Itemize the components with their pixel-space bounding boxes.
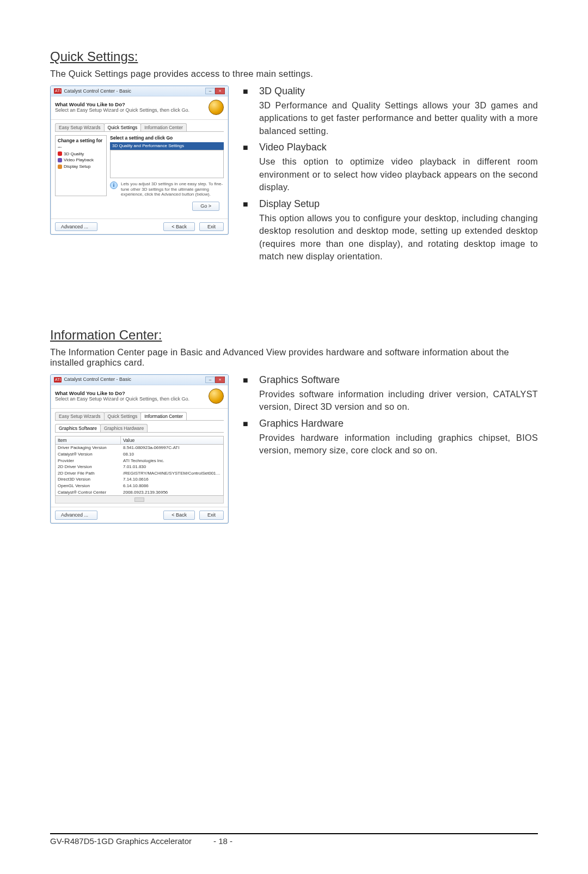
- close-icon[interactable]: ×: [215, 377, 225, 383]
- table-cell-item: OpenGL Version: [56, 483, 121, 489]
- minimize-icon[interactable]: –: [205, 88, 215, 94]
- page-footer: GV-R487D5-1GD Graphics Accelerator - 18 …: [50, 833, 538, 846]
- tab-quick-settings[interactable]: Quick Settings: [104, 412, 142, 420]
- footer-page: - 18 -: [213, 836, 232, 846]
- col-item-header[interactable]: Item: [56, 436, 121, 444]
- col-value-header[interactable]: Value: [121, 436, 223, 444]
- square-bullet-icon: ■: [243, 418, 259, 457]
- dialog-question: What Would You Like to Do?: [55, 390, 209, 396]
- table-cell-value: 8.541-080923a-069997C-ATI: [121, 445, 223, 451]
- bullet-icon: [58, 151, 62, 156]
- back-button[interactable]: < Back: [163, 222, 195, 232]
- selected-setting-strip[interactable]: 3D Quality and Performance Settings: [110, 142, 224, 150]
- bullet-icon: [58, 158, 62, 162]
- table-row: Driver Packaging Version8.541-080923a-06…: [56, 445, 223, 451]
- bullet-title: 3D Quality: [259, 86, 538, 97]
- bullet-title: Graphics Hardware: [259, 418, 538, 429]
- quick-settings-intro: The Quick Settings page provides access …: [50, 69, 538, 79]
- tab-information-center[interactable]: Information Center: [140, 412, 186, 420]
- table-row: 2D Driver File Path/REGISTRY/MACHINE/SYS…: [56, 470, 223, 477]
- table-cell-item: 2D Driver Version: [56, 464, 121, 470]
- left-list-header: Change a setting for ...: [58, 138, 104, 149]
- tab-easy-setup[interactable]: Easy Setup Wizards: [55, 412, 105, 420]
- back-button[interactable]: < Back: [163, 511, 195, 520]
- bullet-body: This option allows you to configure your…: [259, 212, 538, 263]
- table-cell-value: 6.14.10.8086: [121, 483, 223, 489]
- bullet-body: Provides hardware information including …: [259, 432, 538, 457]
- table-cell-item: Driver Packaging Version: [56, 445, 121, 451]
- table-cell-item: Direct3D Version: [56, 476, 121, 483]
- bullet-title: Video Playback: [259, 142, 538, 153]
- bullet-body: Provides software information including …: [259, 388, 538, 414]
- information-center-dialog: ATI Catalyst Control Center - Basic – × …: [50, 374, 229, 524]
- table-cell-value: /REGISTRY/MACHINE/SYSTEM/ControlSet001/C…: [121, 470, 223, 477]
- dialog-subtext: Select an Easy Setup Wizard or Quick Set…: [55, 396, 209, 402]
- table-cell-value: 2008.0923.2139.36956: [121, 489, 223, 496]
- tab-easy-setup[interactable]: Easy Setup Wizards: [55, 123, 105, 131]
- bullet-title: Graphics Software: [259, 374, 538, 386]
- table-cell-item: Provider: [56, 458, 121, 464]
- ati-logo-icon: [209, 100, 224, 115]
- square-bullet-icon: ■: [243, 86, 259, 137]
- exit-button[interactable]: Exit: [199, 511, 224, 520]
- right-pane-header: Select a setting and click Go: [110, 135, 224, 141]
- table-cell-value: 08.10: [121, 451, 223, 458]
- ati-badge: ATI: [54, 377, 62, 383]
- quick-settings-dialog: ATI Catalyst Control Center - Basic – × …: [50, 86, 229, 235]
- footer-product: GV-R487D5-1GD Graphics Accelerator: [50, 836, 192, 846]
- bullet-icon: [58, 165, 62, 169]
- table-row: OpenGL Version6.14.10.8086: [56, 483, 223, 489]
- window-title: Catalyst Control Center - Basic: [64, 377, 203, 383]
- table-cell-value: 7.01.01.830: [121, 464, 223, 470]
- tab-information-center[interactable]: Information Center: [140, 123, 186, 131]
- square-bullet-icon: ■: [243, 142, 259, 193]
- tab-quick-settings[interactable]: Quick Settings: [104, 123, 142, 131]
- list-item[interactable]: 3D Quality: [58, 151, 104, 157]
- ati-badge: ATI: [54, 88, 62, 94]
- subtab-graphics-software[interactable]: Graphics Software: [55, 424, 101, 432]
- advanced-button[interactable]: Advanced ...: [55, 222, 97, 232]
- minimize-icon[interactable]: –: [205, 377, 215, 383]
- table-cell-item: 2D Driver File Path: [56, 470, 121, 477]
- go-button[interactable]: Go >: [192, 202, 219, 211]
- table-cell-item: Catalyst® Control Center Version: [56, 489, 121, 496]
- ati-logo-icon: [209, 389, 224, 404]
- square-bullet-icon: ■: [243, 198, 259, 263]
- quick-settings-heading: Quick Settings:: [50, 49, 538, 64]
- bullet-title: Display Setup: [259, 198, 538, 210]
- dialog-question: What Would You Like to Do?: [55, 101, 209, 107]
- advanced-button[interactable]: Advanced ...: [55, 511, 97, 520]
- bullet-body: Use this option to optimize video playba…: [259, 155, 538, 193]
- list-item[interactable]: Display Setup: [58, 163, 104, 170]
- bullet-body: 3D Performance and Quality Settings allo…: [259, 99, 538, 137]
- settings-category-list[interactable]: Change a setting for ... 3D Quality Vide…: [55, 135, 107, 196]
- info-icon: i: [110, 181, 118, 189]
- window-title: Catalyst Control Center - Basic: [64, 88, 203, 94]
- square-bullet-icon: ■: [243, 374, 259, 414]
- table-cell-value: 7.14.10.0616: [121, 476, 223, 483]
- settings-preview-area: [110, 150, 224, 178]
- horizontal-scrollbar[interactable]: [55, 496, 224, 503]
- scrollbar-thumb[interactable]: [134, 497, 144, 502]
- table-row: Catalyst® Version08.10: [56, 451, 223, 458]
- subtab-graphics-hardware[interactable]: Graphics Hardware: [100, 424, 148, 432]
- table-row: Catalyst® Control Center Version2008.092…: [56, 489, 223, 496]
- table-row: 2D Driver Version7.01.01.830: [56, 464, 223, 470]
- table-cell-value: ATI Technologies Inc.: [121, 458, 223, 464]
- dialog-subtext: Select an Easy Setup Wizard or Quick Set…: [55, 107, 209, 113]
- info-table: Item Value Driver Packaging Version8.541…: [55, 436, 224, 496]
- table-row: ProviderATI Technologies Inc.: [56, 458, 223, 464]
- information-center-heading: Information Center:: [50, 327, 538, 343]
- list-item[interactable]: Video Playback: [58, 157, 104, 163]
- exit-button[interactable]: Exit: [199, 222, 224, 232]
- table-row: Direct3D Version7.14.10.0616: [56, 476, 223, 483]
- information-center-intro: The Information Center page in Basic and…: [50, 347, 538, 368]
- tip-text: Lets you adjust 3D settings in one easy …: [121, 181, 224, 197]
- close-icon[interactable]: ×: [215, 88, 225, 94]
- table-cell-item: Catalyst® Version: [56, 451, 121, 458]
